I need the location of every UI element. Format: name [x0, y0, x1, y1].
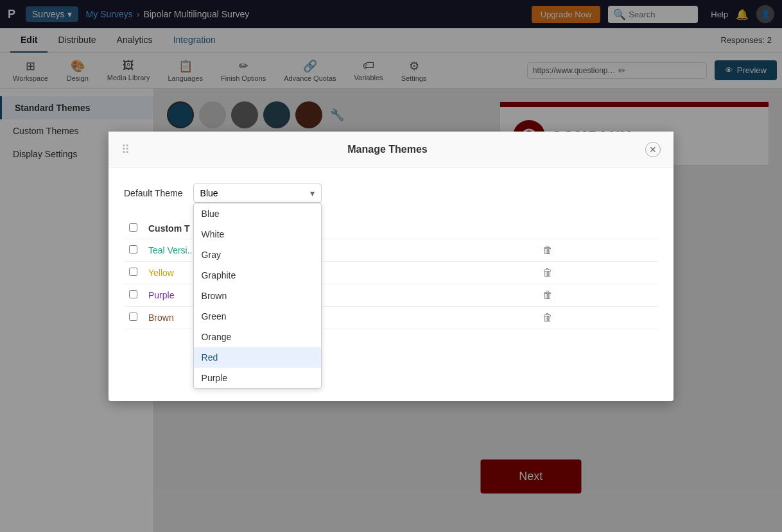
- dropdown-item-purple[interactable]: Purple: [194, 368, 321, 388]
- dropdown-chevron-icon: ▾: [310, 188, 315, 198]
- custom-theme-name-custom-t: Custom T: [148, 223, 190, 234]
- theme-dropdown-menu: Blue White Gray Graphite Brown Green Ora…: [193, 203, 322, 389]
- modal-body: Default Theme Blue ▾ Blue White Gray Gra…: [109, 168, 673, 345]
- brown-checkbox[interactable]: [129, 313, 137, 321]
- yellow-checkbox[interactable]: [129, 268, 137, 276]
- dropdown-item-brown[interactable]: Brown: [194, 286, 321, 306]
- custom-theme-name-yellow: Yellow: [148, 268, 174, 278]
- dropdown-item-green[interactable]: Green: [194, 306, 321, 327]
- default-theme-label: Default Theme: [124, 188, 183, 198]
- dropdown-item-gray[interactable]: Gray: [194, 245, 321, 265]
- default-theme-row: Default Theme Blue ▾ Blue White Gray Gra…: [124, 184, 658, 203]
- custom-theme-name-brown: Brown: [148, 313, 174, 323]
- teal-delete-button[interactable]: 🗑: [543, 245, 553, 256]
- modal-title: Manage Themes: [130, 144, 645, 155]
- dropdown-item-graphite[interactable]: Graphite: [194, 265, 321, 286]
- dropdown-item-white[interactable]: White: [194, 224, 321, 245]
- brown-delete-button[interactable]: 🗑: [543, 312, 553, 323]
- custom-t-checkbox[interactable]: [129, 223, 137, 232]
- purple-checkbox[interactable]: [129, 290, 137, 298]
- dropdown-item-blue[interactable]: Blue: [194, 203, 321, 224]
- modal-drag-handle: ⠿: [121, 142, 130, 157]
- dropdown-item-orange[interactable]: Orange: [194, 327, 321, 347]
- modal-header: ⠿ Manage Themes ✕: [109, 132, 673, 168]
- custom-theme-name-purple: Purple: [148, 290, 174, 300]
- purple-delete-button[interactable]: 🗑: [543, 289, 553, 301]
- custom-theme-name-teal: Teal Versi...: [148, 245, 195, 255]
- modal-close-button[interactable]: ✕: [645, 142, 661, 157]
- manage-themes-modal: ⠿ Manage Themes ✕ Default Theme Blue ▾ B…: [109, 132, 673, 401]
- selected-theme-text: Blue: [200, 188, 218, 198]
- theme-dropdown-list: Blue White Gray Graphite Brown Green Ora…: [194, 203, 321, 388]
- theme-dropdown[interactable]: Blue ▾ Blue White Gray Graphite Brown Gr…: [193, 184, 322, 203]
- dropdown-item-red[interactable]: Red: [194, 347, 321, 368]
- yellow-delete-button[interactable]: 🗑: [543, 267, 553, 279]
- teal-version-checkbox[interactable]: [129, 245, 137, 253]
- theme-dropdown-button[interactable]: Blue ▾: [193, 184, 322, 203]
- modal-overlay[interactable]: ⠿ Manage Themes ✕ Default Theme Blue ▾ B…: [0, 0, 782, 532]
